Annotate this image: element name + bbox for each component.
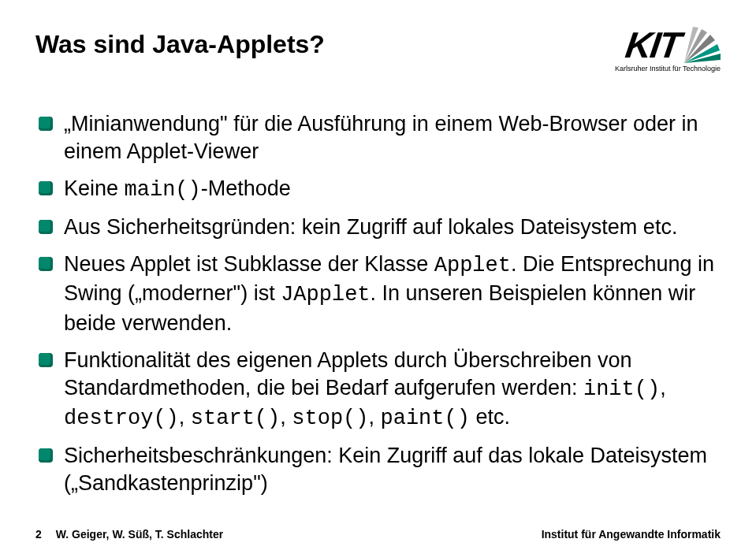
list-item-text: Funktionalität des eigenen Applets durch…	[64, 347, 721, 433]
page-number: 2	[35, 528, 42, 541]
svg-rect-1	[39, 117, 50, 128]
bullet-list: „Minianwendung" für die Ausführung in ei…	[35, 110, 721, 497]
list-item: Keine main()-Methode	[39, 175, 721, 204]
bullet-icon	[39, 353, 53, 367]
svg-rect-11	[39, 448, 50, 460]
svg-rect-5	[39, 220, 50, 232]
list-item: Neues Applet ist Subklasse der Klasse Ap…	[39, 251, 721, 336]
list-item-text: Neues Applet ist Subklasse der Klasse Ap…	[64, 251, 721, 336]
list-item: „Minianwendung" für die Ausführung in ei…	[39, 110, 721, 165]
list-item-text: Aus Sicherheitsgründen: kein Zugriff auf…	[64, 214, 677, 241]
slide-title: Was sind Java-Applets?	[35, 30, 325, 59]
svg-rect-7	[39, 257, 50, 269]
authors: W. Geiger, W. Süß, T. Schlachter	[56, 528, 223, 541]
kit-logo: KIT Karlsruher Institut für Technologie	[615, 24, 721, 72]
bullet-icon	[39, 181, 53, 195]
bullet-icon	[39, 257, 53, 271]
logo-text: KIT	[623, 24, 683, 66]
list-item-text: „Minianwendung" für die Ausführung in ei…	[64, 110, 721, 165]
institute: Institut für Angewandte Informatik	[542, 528, 721, 541]
bullet-icon	[39, 448, 53, 463]
slide-footer: 2 W. Geiger, W. Süß, T. Schlachter Insti…	[35, 528, 721, 541]
list-item: Funktionalität des eigenen Applets durch…	[39, 347, 721, 433]
svg-rect-3	[39, 181, 50, 193]
svg-rect-9	[39, 353, 50, 365]
list-item: Aus Sicherheitsgründen: kein Zugriff auf…	[39, 214, 721, 241]
list-item-text: Keine main()-Methode	[64, 175, 291, 204]
bullet-icon	[39, 220, 53, 234]
bullet-icon	[39, 117, 53, 131]
logo-fan-icon	[684, 27, 721, 63]
list-item: Sicherheitsbeschränkungen: Kein Zugriff …	[39, 442, 721, 497]
list-item-text: Sicherheitsbeschränkungen: Kein Zugriff …	[64, 442, 721, 497]
